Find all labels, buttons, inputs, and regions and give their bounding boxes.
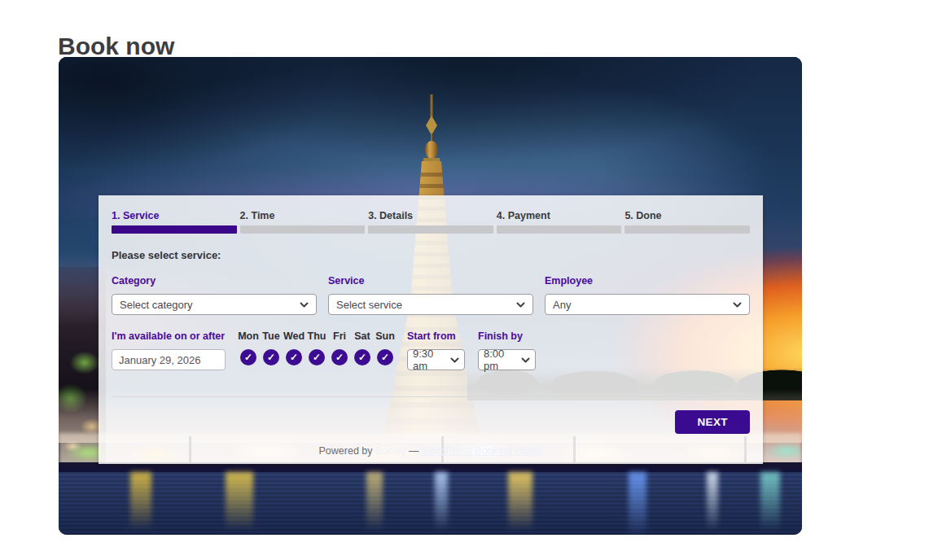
start-time-select[interactable]: 9:30 am bbox=[407, 349, 465, 370]
chevron-down-icon bbox=[521, 357, 530, 363]
day-checkbox-thu[interactable]: ✓ bbox=[309, 349, 325, 365]
employee-select-value: Any bbox=[553, 299, 571, 311]
check-icon: ✓ bbox=[313, 352, 321, 363]
light-reflection bbox=[130, 472, 151, 531]
availability-row: I'm available on or after Mon ✓ Tue ✓ We… bbox=[112, 330, 750, 370]
category-field: Category Select category bbox=[112, 275, 317, 315]
light-reflection bbox=[760, 472, 780, 531]
check-icon: ✓ bbox=[244, 352, 252, 363]
light-reflection bbox=[226, 472, 253, 531]
step-progress-bar bbox=[624, 225, 750, 234]
wordpress-plugin-link[interactable]: WordPress Booking Plugin bbox=[422, 445, 542, 457]
day-checkbox-wed[interactable]: ✓ bbox=[286, 349, 302, 365]
start-from-label: Start from bbox=[407, 330, 465, 342]
page-title: Book now bbox=[58, 33, 174, 60]
start-time-field: Start from 9:30 am bbox=[407, 330, 465, 370]
chevron-down-icon bbox=[300, 302, 309, 308]
book-now-page: Book now bbox=[0, 0, 929, 560]
weekday-label: Sat bbox=[351, 330, 374, 342]
employee-field: Employee Any bbox=[545, 275, 750, 315]
step-done[interactable]: 5. Done bbox=[624, 208, 750, 234]
weekday-label: Tue bbox=[260, 330, 283, 342]
finish-time-select[interactable]: 8:00 pm bbox=[478, 349, 536, 370]
check-icon: ✓ bbox=[358, 352, 366, 363]
weekday-mon: Mon ✓ bbox=[237, 330, 260, 365]
step-details[interactable]: 3. Details bbox=[368, 208, 493, 234]
start-time-value: 9:30 am bbox=[413, 348, 450, 372]
check-icon: ✓ bbox=[290, 352, 298, 363]
day-checkbox-mon[interactable]: ✓ bbox=[240, 349, 256, 365]
weekday-label: Fri bbox=[328, 330, 351, 342]
bookly-link[interactable]: Bookly bbox=[375, 445, 406, 457]
weekday-sun: Sun ✓ bbox=[374, 330, 397, 365]
employee-label: Employee bbox=[545, 275, 750, 287]
form-divider bbox=[112, 396, 750, 397]
day-checkbox-fri[interactable]: ✓ bbox=[331, 349, 348, 365]
select-service-prompt: Please select service: bbox=[112, 249, 750, 261]
light-reflection bbox=[508, 472, 532, 531]
next-button[interactable]: NEXT bbox=[675, 410, 750, 434]
step-label: 2. Time bbox=[240, 210, 366, 221]
finish-time-field: Finish by 8:00 pm bbox=[478, 330, 536, 370]
step-label: 1. Service bbox=[112, 210, 237, 221]
check-icon: ✓ bbox=[381, 352, 389, 363]
weekday-wed: Wed ✓ bbox=[283, 330, 305, 365]
step-service[interactable]: 1. Service bbox=[112, 208, 237, 234]
powered-by-text: Powered by bbox=[319, 445, 373, 457]
footer-separator: — bbox=[409, 445, 419, 457]
step-time[interactable]: 2. Time bbox=[240, 208, 366, 234]
category-select[interactable]: Select category bbox=[112, 294, 317, 315]
form-actions: NEXT bbox=[112, 410, 750, 434]
category-select-value: Select category bbox=[120, 299, 193, 311]
employee-select[interactable]: Any bbox=[545, 294, 750, 315]
finish-by-label: Finish by bbox=[478, 330, 536, 342]
step-label: 4. Payment bbox=[497, 210, 622, 221]
weekday-thu: Thu ✓ bbox=[305, 330, 328, 365]
hero-background-photo: 1. Service 2. Time 3. Details 4. Payment… bbox=[59, 57, 802, 535]
step-label: 5. Done bbox=[624, 210, 750, 221]
category-label: Category bbox=[112, 275, 317, 287]
powered-by-footer: Powered by Bookly — WordPress Booking Pl… bbox=[112, 445, 750, 457]
service-field: Service Select service bbox=[328, 275, 533, 315]
light-reflection bbox=[366, 472, 383, 531]
finish-time-value: 8:00 pm bbox=[484, 348, 521, 372]
available-date-field: I'm available on or after bbox=[112, 330, 226, 370]
available-date-label: I'm available on or after bbox=[112, 330, 226, 342]
booking-form-panel: 1. Service 2. Time 3. Details 4. Payment… bbox=[99, 195, 763, 464]
day-checkbox-sun[interactable]: ✓ bbox=[377, 349, 393, 365]
weekday-label: Mon bbox=[237, 330, 260, 342]
light-reflection bbox=[435, 472, 448, 531]
light-reflection bbox=[629, 472, 646, 535]
service-select[interactable]: Select service bbox=[328, 294, 533, 315]
step-payment[interactable]: 4. Payment bbox=[497, 208, 622, 234]
weekday-checkboxes: Mon ✓ Tue ✓ Wed ✓ Thu ✓ bbox=[237, 330, 397, 365]
step-progress-bar bbox=[112, 225, 237, 234]
weekday-label: Sun bbox=[374, 330, 397, 342]
weekday-sat: Sat ✓ bbox=[351, 330, 374, 365]
chevron-down-icon bbox=[733, 302, 742, 308]
booking-steps: 1. Service 2. Time 3. Details 4. Payment… bbox=[112, 208, 750, 234]
service-fields-row: Category Select category Service Select … bbox=[112, 275, 750, 315]
day-checkbox-sat[interactable]: ✓ bbox=[354, 349, 370, 365]
step-label: 3. Details bbox=[368, 210, 493, 221]
service-select-value: Select service bbox=[336, 299, 402, 311]
step-progress-bar bbox=[240, 225, 366, 234]
check-icon: ✓ bbox=[335, 352, 344, 363]
weekday-label: Thu bbox=[305, 330, 328, 342]
weekday-label: Wed bbox=[283, 330, 305, 342]
chevron-down-icon bbox=[516, 302, 525, 308]
chevron-down-icon bbox=[450, 357, 459, 363]
check-icon: ✓ bbox=[267, 352, 275, 363]
step-progress-bar bbox=[497, 225, 622, 234]
available-date-input[interactable] bbox=[112, 349, 226, 370]
weekday-tue: Tue ✓ bbox=[260, 330, 283, 365]
river-water bbox=[59, 472, 802, 535]
step-progress-bar bbox=[368, 225, 493, 234]
weekday-fri: Fri ✓ bbox=[328, 330, 351, 365]
light-reflection bbox=[707, 472, 718, 531]
service-label: Service bbox=[328, 275, 533, 287]
day-checkbox-tue[interactable]: ✓ bbox=[263, 349, 279, 365]
